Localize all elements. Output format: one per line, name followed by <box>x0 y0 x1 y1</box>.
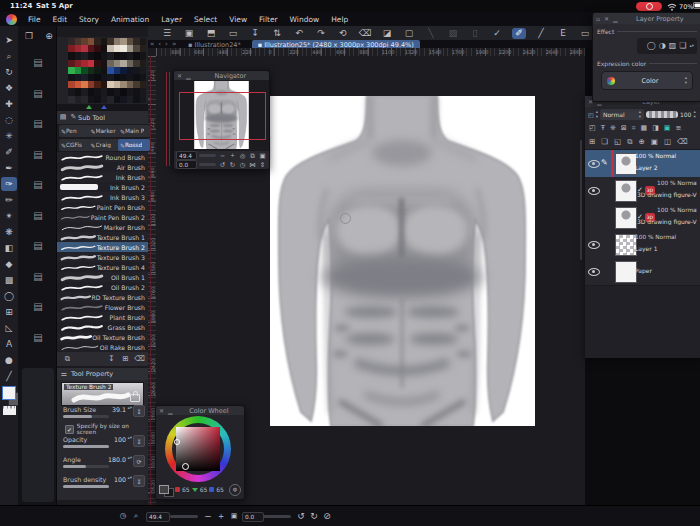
field-stepper-icon[interactable]: ▴▾ <box>127 406 132 410</box>
create-mask-icon[interactable]: ▣ <box>651 138 658 146</box>
layer-color-icon[interactable]: ▣ <box>664 125 671 132</box>
sv-marker[interactable] <box>182 463 189 470</box>
subtool-tab-craig[interactable]: ✎Craig_ <box>89 139 121 151</box>
tab-chevron-icon[interactable]: › <box>165 40 168 48</box>
color-swatch[interactable] <box>140 74 147 81</box>
reset-rotation-icon[interactable]: ◷ <box>238 161 247 169</box>
eye-icon[interactable] <box>588 187 600 195</box>
zoom-mode-icon[interactable]: ⌕ <box>131 511 141 521</box>
gradient-tool-icon[interactable]: ◆ <box>1 257 17 271</box>
snap-ruler-icon[interactable]: ✓ <box>490 28 504 39</box>
navigator-zoom-value[interactable]: 49.4 <box>176 151 197 160</box>
palette-drawer-icon[interactable]: ▤ <box>29 117 47 131</box>
fit-icon[interactable]: ▣ <box>229 511 239 521</box>
brush-item[interactable]: Oil Brush 2 <box>57 282 148 292</box>
menu-story[interactable]: Story <box>79 15 99 24</box>
screenshot-icon[interactable]: ▣ <box>182 28 196 39</box>
tab-chevron-icon[interactable]: » <box>172 40 176 48</box>
tab-chevron-icon[interactable]: « <box>150 40 154 48</box>
dropdown-stepper-icon[interactable]: ▴▾ <box>685 76 687 84</box>
canvas-page[interactable] <box>270 96 535 426</box>
duplicate-layer-icon[interactable]: ⧉ <box>627 138 632 146</box>
extract-line-icon[interactable]: ❏ <box>679 42 686 50</box>
delete-subtool-icon[interactable]: ⌫ <box>134 354 145 364</box>
zoom-out-icon[interactable]: − <box>203 511 213 521</box>
close-icon[interactable]: ✕ <box>159 407 164 414</box>
subtool-tab-marker[interactable]: ✎Marker <box>89 125 121 137</box>
save-icon[interactable]: ↧ <box>248 28 262 39</box>
brush-item[interactable]: Oil Texture Brush <box>57 332 148 342</box>
create-subtool-icon[interactable]: ⊞ <box>120 354 131 364</box>
new-canvas-icon[interactable]: ⬒ <box>204 28 218 39</box>
main-menu-icon[interactable]: ☰ <box>160 28 174 39</box>
brush-item[interactable]: Ink Brush 2 <box>57 182 148 192</box>
brush-item[interactable]: Air Brush <box>57 162 148 172</box>
text-layer-icon[interactable]: Ŧ <box>601 125 605 132</box>
color-wheel-area[interactable] <box>156 415 244 483</box>
main-color-swatch[interactable] <box>2 386 16 400</box>
palette-drawer-icon[interactable]: ▤ <box>29 270 47 284</box>
palette-drawer-icon[interactable]: ▤ <box>29 331 47 345</box>
menu-file[interactable]: File <box>28 15 41 24</box>
brush-item[interactable]: Texture Brush 3 <box>57 252 148 262</box>
figure-tool-icon[interactable]: ▩ <box>1 273 17 287</box>
eraser-switch-icon[interactable]: ◪ <box>380 28 394 39</box>
undo-icon[interactable]: ↶ <box>292 28 306 39</box>
new-layer-icon[interactable]: ⊞ <box>589 138 595 146</box>
color-swatch[interactable] <box>140 96 147 103</box>
menu-layer[interactable]: Layer <box>161 15 182 24</box>
rotate-canvas-tool-icon[interactable]: ↻ <box>1 65 17 79</box>
palette-switch-icon[interactable]: ◰ <box>588 112 594 118</box>
merge-down-icon[interactable]: ⊕ <box>638 138 644 146</box>
new-paper-icon[interactable]: ◱ <box>614 138 621 146</box>
checkbox-checked[interactable]: ✓ <box>65 425 74 434</box>
bottom-rotation-slider[interactable] <box>263 515 291 518</box>
subtool-tab-mainp[interactable]: ✎Main P <box>118 125 150 137</box>
fill-tool-icon[interactable]: ◧ <box>1 241 17 255</box>
field-slider[interactable] <box>63 465 109 468</box>
palette-dock-toggle-icon[interactable]: ❐ <box>22 30 36 42</box>
airbrush-tool-icon[interactable]: ✴ <box>1 209 17 223</box>
redo-icon[interactable]: ↷ <box>314 28 328 39</box>
color-swatch[interactable] <box>140 81 147 88</box>
brush-item[interactable]: Oil Brush 1 <box>57 272 148 282</box>
flip-horizontal-icon[interactable]: ⋈ <box>248 161 257 169</box>
menu-help[interactable]: Help <box>331 15 348 24</box>
palette-drawer-icon[interactable]: ▤ <box>29 56 47 70</box>
brush-item[interactable]: Texture Brush 1 <box>57 232 148 242</box>
snap-grid-icon[interactable]: ╱ <box>534 28 548 39</box>
color-swatch[interactable] <box>140 45 147 52</box>
pen-tool-icon[interactable]: ✒ <box>1 161 17 175</box>
clear-icon[interactable]: ⌫ <box>358 28 372 39</box>
decoration-tool-icon[interactable]: ❋ <box>1 225 17 239</box>
subtool-menu-icon[interactable]: ▤ <box>57 114 69 121</box>
opacity-stepper-icon[interactable]: ▴▾ <box>693 110 695 118</box>
zoom-out-icon[interactable]: − <box>218 152 227 160</box>
transparent-color-swatch[interactable] <box>3 406 16 415</box>
brush-item[interactable]: Plant Brush <box>57 312 148 322</box>
close-icon[interactable]: ✕ <box>604 15 609 22</box>
brush-item[interactable]: Marker Brush <box>57 222 148 232</box>
subtool-tab-cgfis[interactable]: ✎CGFis <box>59 139 91 151</box>
bottom-zoom-value[interactable]: 49.4 <box>146 512 170 522</box>
doc-disabled-icon[interactable]: ▯ <box>468 28 482 39</box>
menu-view[interactable]: View <box>229 15 247 24</box>
palette-stepper-icon[interactable]: ▴▾ <box>596 110 598 118</box>
tone-effect-icon[interactable]: ◑ <box>659 42 666 50</box>
field-slider[interactable] <box>63 445 109 448</box>
layer-row-layer-1[interactable]: 100 % NormalLayer 1 <box>585 231 700 259</box>
expression-color-dropdown[interactable]: Color ▴▾ <box>601 71 693 90</box>
palette-drawer-icon[interactable]: ▤ <box>29 239 47 253</box>
rotate-left-icon[interactable]: ↺ <box>296 511 306 521</box>
field-slider[interactable] <box>63 415 109 418</box>
eye-icon[interactable] <box>588 268 600 276</box>
clip-studio-logo-icon[interactable] <box>6 14 17 25</box>
palette-drawer-icon[interactable]: ▤ <box>29 300 47 314</box>
timelapse-icon[interactable]: ◷ <box>118 511 128 521</box>
minimize-icon[interactable]: ▁ <box>168 407 173 414</box>
move-tool-icon[interactable]: ✚ <box>1 97 17 111</box>
ruler-tool-icon[interactable]: ◺ <box>1 321 17 335</box>
brush-tool-icon[interactable]: ✑ <box>1 177 17 191</box>
color-swatch[interactable] <box>140 52 147 59</box>
layer-row-3d-drawing-figure-v[interactable]: ✓3D100 % Normal3D drawing figure-V <box>585 204 700 232</box>
